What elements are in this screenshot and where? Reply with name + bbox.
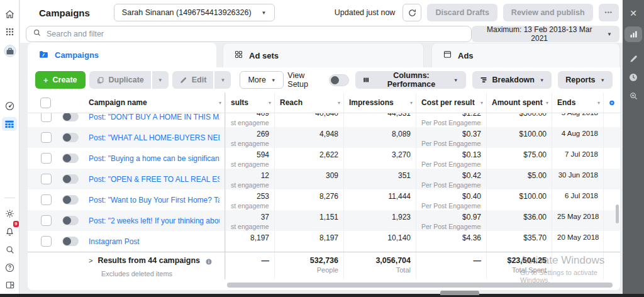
impressions-value: 351 [349,171,411,180]
column-header-results[interactable]: sults▾ [225,92,274,113]
select-all-checkbox[interactable] [40,98,51,108]
add-column-button[interactable] [603,92,620,113]
history-clock-icon[interactable] [623,69,644,86]
help-icon[interactable] [0,259,19,276]
account-selector[interactable]: Sarah Sinanan (1496754413926326) ▼ [114,4,275,21]
campaign-name-link[interactable]: Post: "Want to Buy Your First Home? Take… [89,196,219,205]
duplicate-button[interactable]: Duplicate [89,71,151,89]
table-row: Post: "DON'T BUY A HOME IN THIS MARKET, … [28,113,620,127]
settings-gear-icon[interactable] [0,205,19,221]
collapse-panel-icon[interactable] [0,277,19,293]
notification-badge: 9 [13,221,19,227]
expand-chevron-icon[interactable]: > [89,257,92,264]
sort-caret-icon: ▾ [219,100,221,106]
date-range-selector[interactable]: Maximum: 13 Feb 2018-13 Mar 2021 ▼ [472,26,619,42]
ends-date: 30 Jun 2018 [557,171,598,179]
column-header-reach[interactable]: Reach▾ [274,92,343,113]
campaign-name-link[interactable]: Instagram Post [89,237,140,246]
tab-label: Campaigns [55,50,99,60]
summary-results: — [231,256,269,265]
ads-manager-screen: 9 Campaigns Sarah Sinanan (1496754413926… [0,0,644,297]
chevron-down-icon: ▼ [271,77,275,83]
column-header-cost-per-result[interactable]: Cost per result▾ [416,92,486,113]
results-value: 269 [231,130,269,138]
reports-button[interactable]: Reports ▼ [558,71,613,89]
campaign-name-link[interactable]: Post: "Buying a home can be significantl… [89,154,219,163]
close-icon[interactable]: ✕ [623,5,644,21]
view-setup-label: View Setup [287,71,322,89]
results-value: 409 [231,113,269,118]
campaign-active-toggle[interactable] [62,133,79,142]
amount-spent-value: $100.00 [492,130,547,138]
row-checkbox[interactable] [41,194,52,205]
search-row: Maximum: 13 Feb 2018-13 Mar 2021 ▼ [20,25,623,43]
campaign-name-link[interactable]: Post: "2 weeks left! If your thinking ab… [89,216,219,225]
duplicate-dropdown-caret[interactable]: ▼ [152,71,169,89]
notifications-bell-icon[interactable]: 9 [0,223,19,240]
campaign-active-toggle[interactable] [62,154,79,163]
summary-cost: — [421,256,481,265]
ends-date: 6 Jul 2018 [557,192,598,199]
column-header-amount-spent[interactable]: Amount spent▾ [486,92,552,113]
info-icon[interactable] [205,257,213,268]
vertical-scrollbar-thumb[interactable] [616,205,619,223]
review-publish-button[interactable]: Review and publish [503,4,593,21]
campaign-name-link[interactable]: Post: "OPEN & FREE TO ALL REAL ESTATE A.… [89,175,219,184]
horizontal-scrollbar-thumb[interactable] [227,283,613,288]
row-checkbox[interactable] [41,236,52,247]
horizontal-scrollbar[interactable] [28,279,620,290]
left-sidebar: 9 [0,0,19,297]
row-checkbox[interactable] [41,132,52,143]
row-checkbox[interactable] [41,113,52,122]
more-button[interactable]: More ▼ [240,71,284,89]
campaign-name-link[interactable]: Post: "WHAT ALL HOME-BUYERS NEED TO K... [89,133,219,142]
search-rail-icon[interactable] [0,242,19,258]
columns-button[interactable]: Columns: Performance ▼ [355,71,466,89]
impressions-value: 8,089 [349,130,411,138]
reach-value: 2,622 [280,150,338,159]
apps-grid-icon[interactable] [0,23,19,40]
refresh-button[interactable] [402,4,421,21]
performance-chart-icon[interactable] [625,26,642,42]
search-filter-box[interactable] [26,26,472,42]
ad-account-avatar[interactable] [0,43,19,59]
create-button[interactable]: + Create [35,71,86,89]
home-icon[interactable] [0,6,19,22]
results-value: 37 [231,213,269,221]
tab-ads[interactable]: Ads [431,43,620,67]
column-header-ends[interactable]: Ends▾ [552,92,603,113]
tab-campaigns[interactable]: Campaigns [28,43,216,67]
edit-pencil-icon[interactable] [623,50,644,67]
search-input[interactable] [47,30,465,38]
cost-value: $4.36 [421,233,481,242]
edit-dropdown-caret[interactable]: ▼ [214,71,231,89]
taskbar-peek [440,291,479,295]
campaign-active-toggle[interactable] [62,195,79,205]
row-checkbox[interactable] [41,153,52,164]
campaign-name-link[interactable]: Post: "DON'T BUY A HOME IN THIS MARKET, … [89,113,219,121]
toggle-column-header [57,92,84,113]
more-options-button[interactable]: ••• [599,4,619,21]
campaign-active-toggle[interactable] [62,216,79,225]
view-setup-toggle[interactable] [329,74,349,86]
column-header-impressions[interactable]: Impressions▾ [343,92,416,113]
column-header-campaign-name[interactable]: Campaign name▾ [84,92,225,113]
campaign-active-toggle[interactable] [62,174,79,184]
reach-value: 40,640 [280,113,338,118]
updated-status: Updated just now [335,8,396,17]
summary-amount-spent: $23,504.25 [492,256,547,265]
campaigns-table-icon[interactable] [2,117,17,131]
edit-button[interactable]: Edit [172,71,214,89]
ends-date: 7 Jul 2018 [557,150,598,158]
campaign-active-toggle[interactable] [62,113,79,121]
table-toolbar: + Create Duplicate ▼ Edit ▼ [28,67,620,92]
discard-drafts-button[interactable]: Discard Drafts [427,4,497,21]
table-header: Campaign name▾ sults▾ Reach▾ Impressions… [28,92,620,113]
search-zoom-icon[interactable] [623,87,644,104]
campaign-active-toggle[interactable] [62,237,79,246]
row-checkbox[interactable] [41,174,52,184]
breakdown-button[interactable]: Breakdown ▼ [472,71,552,89]
row-checkbox[interactable] [41,215,52,226]
account-overview-gauge-icon[interactable] [0,98,19,114]
tab-ad-sets[interactable]: Ad sets [223,43,424,67]
